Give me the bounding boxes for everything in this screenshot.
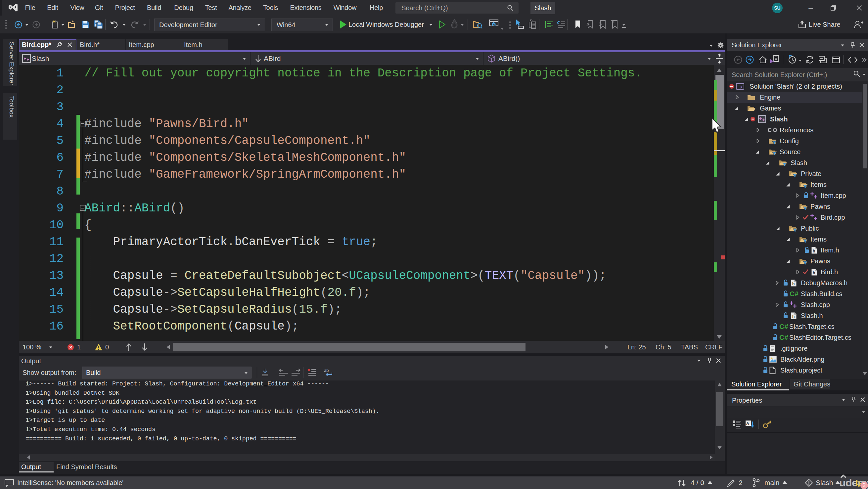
svg-text:C#: C#: [779, 323, 788, 330]
svg-text:ab: ab: [324, 368, 329, 373]
svg-text:h: h: [813, 271, 815, 275]
svg-text:C#: C#: [779, 334, 788, 341]
svg-text:h: h: [792, 282, 795, 286]
svg-text:h: h: [813, 249, 815, 254]
svg-text:C#: C#: [789, 290, 799, 297]
svg-text:h: h: [792, 314, 795, 319]
svg-text:A: A: [746, 421, 749, 426]
